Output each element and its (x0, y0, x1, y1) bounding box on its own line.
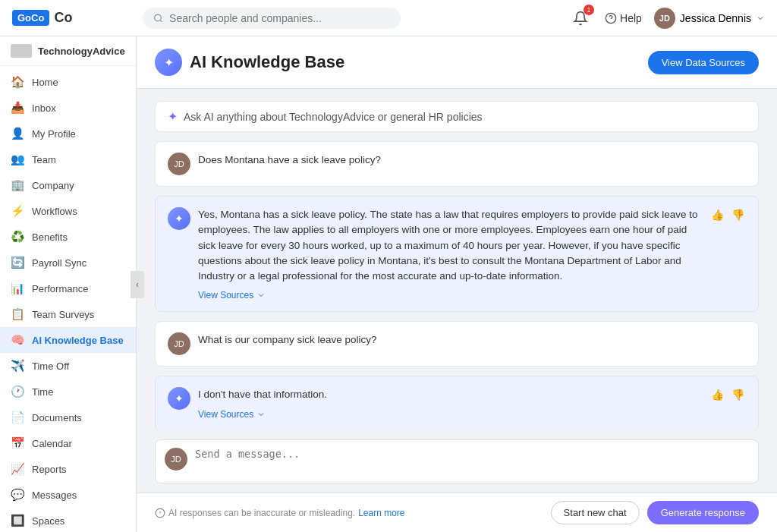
learn-more-link[interactable]: Learn more (358, 508, 404, 518)
time-off-icon: ✈️ (11, 359, 24, 373)
content-area: ✦ AI Knowledge Base View Data Sources ✦ … (137, 36, 777, 532)
sidebar-item-payroll-sync[interactable]: 🔄 Payroll Sync (0, 250, 136, 275)
user-message-text-1: Does Montana have a sick leave policy? (198, 153, 746, 168)
ai-message-body-1: Yes, Montana has a sick leave policy. Th… (198, 207, 702, 301)
sidebar-item-home[interactable]: 🏠 Home (0, 69, 136, 95)
sidebar-label-my-profile: My Profile (32, 128, 76, 140)
calendar-icon: 📅 (11, 436, 24, 450)
sidebar-item-time-off[interactable]: ✈️ Time Off (0, 353, 136, 379)
ai-message-1: ✦ Yes, Montana has a sick leave policy. … (155, 196, 759, 312)
inbox-icon: 📥 (11, 101, 24, 115)
view-sources-label-2: View Sources (198, 409, 253, 420)
user-message-1: JD Does Montana have a sick leave policy… (155, 141, 759, 187)
page-header: ✦ AI Knowledge Base View Data Sources (137, 36, 777, 89)
sidebar-label-documents: Documents (32, 412, 82, 423)
sidebar-label-calendar: Calendar (32, 438, 72, 449)
footer-bar: AI responses can be inaccurate or mislea… (137, 493, 777, 532)
message-input[interactable] (195, 448, 749, 475)
search-input[interactable] (169, 12, 390, 24)
payroll-sync-icon: 🔄 (11, 256, 24, 269)
help-label: Help (620, 12, 642, 24)
sidebar-item-spaces[interactable]: 🔲 Spaces (0, 508, 136, 532)
thumbs-down-button-1[interactable]: 👎 (730, 207, 746, 222)
ai-message-text-1: Yes, Montana has a sick leave policy. Th… (198, 207, 702, 284)
sidebar-label-benefits: Benefits (32, 231, 68, 243)
thumbs-down-button-2[interactable]: 👎 (730, 387, 746, 402)
ai-message-text-2: I don't have that information. (198, 387, 702, 402)
sidebar-item-team-surveys[interactable]: 📋 Team Surveys (0, 301, 136, 327)
view-data-sources-button[interactable]: View Data Sources (648, 51, 759, 74)
user-menu-button[interactable]: JD Jessica Dennis (654, 8, 765, 29)
sidebar-item-workflows[interactable]: ⚡ Workflows (0, 198, 136, 224)
sidebar-label-team-surveys: Team Surveys (32, 309, 94, 320)
page-title-area: ✦ AI Knowledge Base (155, 49, 344, 76)
info-icon (155, 508, 165, 518)
ai-avatar-2: ✦ (168, 387, 190, 410)
start-new-chat-button[interactable]: Start new chat (551, 501, 640, 524)
help-button[interactable]: Help (605, 12, 642, 24)
ai-prompt-banner: ✦ Ask AI anything about TechnologyAdvice… (155, 101, 759, 132)
user-avatar-1: JD (168, 153, 190, 175)
chevron-down-icon-2 (256, 410, 266, 419)
prompt-text: Ask AI anything about TechnologyAdvice o… (184, 111, 483, 123)
ai-message-actions-1: 👍 👎 (709, 207, 746, 222)
page-title: AI Knowledge Base (190, 52, 344, 72)
sidebar-collapse-button[interactable]: ‹ (131, 271, 144, 298)
ai-knowledge-icon: ✦ (155, 49, 182, 76)
generate-response-button[interactable]: Generate response (647, 501, 759, 524)
sidebar-item-company[interactable]: 🏢 Company (0, 172, 136, 198)
sidebar-item-team[interactable]: 👥 Team (0, 146, 136, 172)
sidebar-item-inbox[interactable]: 📥 Inbox (0, 95, 136, 121)
sidebar-label-company: Company (32, 180, 74, 191)
sidebar-label-inbox: Inbox (32, 102, 56, 114)
sidebar-item-my-profile[interactable]: 👤 My Profile (0, 121, 136, 146)
sidebar-item-reports[interactable]: 📈 Reports (0, 456, 136, 482)
chevron-down-icon-1 (256, 291, 266, 300)
sidebar-item-ai-knowledge-base[interactable]: 🧠 AI Knowledge Base (0, 327, 136, 353)
thumbs-up-button-2[interactable]: 👍 (709, 387, 725, 402)
sidebar-item-documents[interactable]: 📄 Documents (0, 405, 136, 430)
company-logo-placeholder (11, 44, 32, 58)
company-icon: 🏢 (11, 178, 24, 192)
sidebar-label-team: Team (32, 154, 56, 165)
spaces-icon: 🔲 (11, 514, 24, 527)
benefits-icon: ♻️ (11, 230, 24, 244)
performance-icon: 📊 (11, 282, 24, 295)
sidebar-item-time[interactable]: 🕐 Time (0, 379, 136, 405)
view-sources-button-2[interactable]: View Sources (198, 409, 702, 420)
sidebar-company: TechnologyAdvice (0, 36, 136, 66)
sidebar-label-payroll-sync: Payroll Sync (32, 257, 87, 269)
thumbs-up-button-1[interactable]: 👍 (709, 207, 725, 222)
notification-button[interactable]: 1 (568, 6, 593, 30)
input-area: JD (137, 430, 777, 493)
sidebar-item-performance[interactable]: 📊 Performance (0, 275, 136, 301)
footer-actions: Start new chat Generate response (551, 501, 759, 524)
search-bar[interactable] (143, 8, 401, 29)
workflows-icon: ⚡ (11, 204, 24, 218)
avatar: JD (654, 8, 675, 29)
sparkle-icon: ✦ (168, 109, 178, 124)
view-sources-button-1[interactable]: View Sources (198, 290, 702, 301)
sidebar-item-messages[interactable]: 💬 Messages (0, 482, 136, 508)
ai-message-body-2: I don't have that information. View Sour… (198, 387, 702, 419)
ai-message-2: ✦ I don't have that information. View So… (155, 376, 759, 430)
sidebar-label-performance: Performance (32, 283, 88, 294)
sidebar-label-spaces: Spaces (32, 515, 64, 527)
collapse-arrow-icon: ‹ (136, 279, 139, 290)
ai-avatar-1: ✦ (168, 207, 190, 230)
sidebar-item-calendar[interactable]: 📅 Calendar (0, 430, 136, 456)
sidebar-wrapper: TechnologyAdvice 🏠 Home 📥 Inbox 👤 My Pro… (0, 36, 137, 532)
message-input-wrap: JD (155, 439, 759, 483)
sidebar-nav: 🏠 Home 📥 Inbox 👤 My Profile 👥 Team 🏢 Com… (0, 66, 136, 532)
company-name: TechnologyAdvice (38, 46, 125, 57)
notification-badge: 1 (584, 5, 594, 15)
sidebar: TechnologyAdvice 🏠 Home 📥 Inbox 👤 My Pro… (0, 36, 137, 532)
logo-area: GoCo Co (12, 10, 134, 26)
sidebar-label-messages: Messages (32, 490, 77, 501)
sidebar-item-benefits[interactable]: ♻️ Benefits (0, 224, 136, 250)
search-icon (153, 13, 163, 24)
user-message-2: JD What is our company sick leave policy… (155, 321, 759, 367)
logo-co: Co (54, 10, 72, 26)
my-profile-icon: 👤 (11, 127, 24, 140)
svg-point-0 (155, 14, 162, 21)
